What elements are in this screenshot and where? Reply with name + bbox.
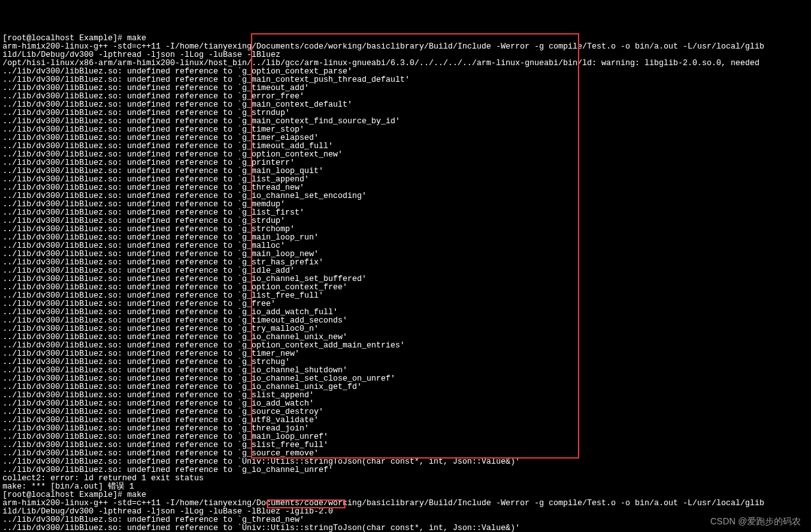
watermark: CSDN @爱跑步的码农 bbox=[710, 517, 801, 526]
undefined-ref-line: ../lib/dv300/libBluez.so: undefined refe… bbox=[3, 524, 808, 532]
terminal-output[interactable]: [root@localhost Example]# makearm-himix2… bbox=[3, 34, 808, 532]
